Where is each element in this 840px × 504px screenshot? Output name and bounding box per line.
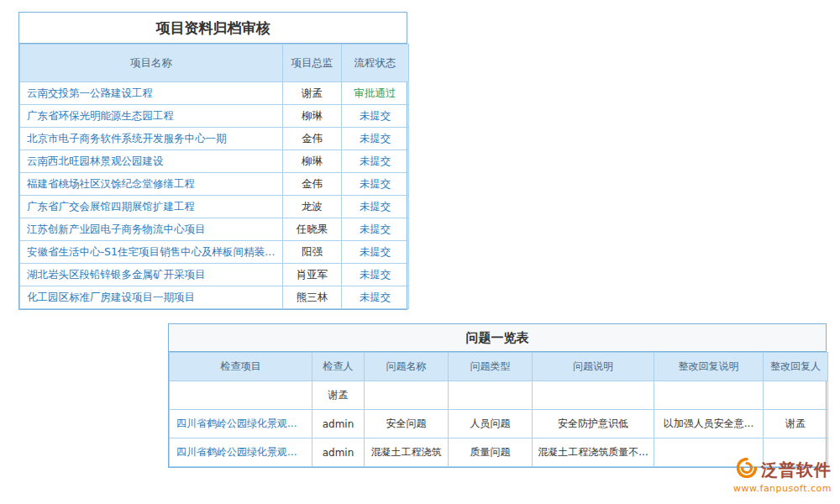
inspect-project-link[interactable]: 四川省鹤岭公园绿化景观... (170, 438, 312, 467)
project-director: 任晓果 (283, 218, 342, 241)
issue-type: 人员问题 (449, 410, 533, 438)
project-name-link[interactable]: 北京市电子商务软件系统开发服务中心一期 (20, 128, 283, 150)
project-name-link[interactable]: 化工园区标准厂房建设项目一期项目 (20, 286, 283, 309)
flow-status-link[interactable]: 未提交 (342, 241, 409, 264)
inspector: 谢孟 (312, 381, 365, 410)
archive-table-row: 广东省环保光明能源生态园工程柳琳未提交 (20, 105, 409, 128)
archive-col-project-director: 项目总监 (283, 45, 342, 82)
brand-name: 泛普软件 (761, 459, 832, 481)
project-name-link[interactable]: 安徽省生活中心-S1住宅项目销售中心及样板间精装修及 (20, 241, 283, 264)
project-director: 肖亚军 (283, 264, 342, 286)
archive-table-row: 广东省广交会展馆四期展馆扩建工程龙波未提交 (20, 196, 409, 218)
issue-table: 检查项目检查人问题名称问题类型问题说明整改回复说明整改回复人 谢孟四川省鹤岭公园… (169, 352, 828, 467)
inspector: admin (312, 438, 365, 467)
project-director: 柳琳 (283, 150, 342, 173)
archive-table-row: 江苏创新产业园电子商务物流中心项目任晓果未提交 (20, 218, 409, 241)
project-director: 龙波 (283, 196, 342, 218)
archive-table-row: 云南交投第一公路建设工程谢孟审批通过 (20, 82, 409, 105)
issue-header-row: 检查项目检查人问题名称问题类型问题说明整改回复说明整改回复人 (170, 353, 828, 381)
issue-desc: 混凝土工程浇筑质量不... (533, 438, 654, 467)
archive-table-row: 福建省桃场社区汉馀纪念堂修缮工程金伟未提交 (20, 173, 409, 196)
project-name-link[interactable]: 广东省广交会展馆四期展馆扩建工程 (20, 196, 283, 218)
issue-table-row: 谢孟 (170, 381, 828, 410)
archive-table-row: 安徽省生活中心-S1住宅项目销售中心及样板间精装修及阳强未提交 (20, 241, 409, 264)
archive-header-row: 项目名称项目总监流程状态 (20, 45, 409, 82)
project-name-link[interactable]: 福建省桃场社区汉馀纪念堂修缮工程 (20, 173, 283, 196)
issue-desc: 安全防护意识低 (533, 410, 654, 438)
archive-col-flow-status: 流程状态 (342, 45, 409, 82)
replier (764, 381, 828, 410)
flow-status-link[interactable]: 未提交 (342, 218, 409, 241)
flow-status-link[interactable]: 未提交 (342, 128, 409, 150)
issue-name: 安全问题 (365, 410, 449, 438)
issue-name: 混凝土工程浇筑 (365, 438, 449, 467)
inspect-project-link[interactable]: 四川省鹤岭公园绿化景观... (170, 410, 312, 438)
archive-review-panel: 项目资料归档审核 项目名称项目总监流程状态 云南交投第一公路建设工程谢孟审批通过… (18, 12, 407, 310)
project-director: 阳强 (283, 241, 342, 264)
flow-status-link[interactable]: 审批通过 (342, 82, 409, 105)
project-director: 熊三林 (283, 286, 342, 309)
issue-name (365, 381, 449, 410)
issue-col-inspector: 检查人 (312, 353, 365, 381)
archive-table: 项目名称项目总监流程状态 云南交投第一公路建设工程谢孟审批通过广东省环保光明能源… (19, 44, 409, 309)
issue-col-issue-name: 问题名称 (365, 353, 449, 381)
flow-status-link[interactable]: 未提交 (342, 150, 409, 173)
archive-col-project-name: 项目名称 (20, 45, 283, 82)
flow-status-link[interactable]: 未提交 (342, 173, 409, 196)
project-name-link[interactable]: 湖北岩头区段铅锌银多金属矿开采项目 (20, 264, 283, 286)
brand-url: www.fanpusoft.com (733, 483, 832, 494)
archive-table-row: 北京市电子商务软件系统开发服务中心一期金伟未提交 (20, 128, 409, 150)
archive-table-row: 云南西北旺园林景观公园建设柳琳未提交 (20, 150, 409, 173)
issue-table-title: 问题一览表 (169, 324, 826, 352)
project-name-link[interactable]: 广东省环保光明能源生态园工程 (20, 105, 283, 128)
project-name-link[interactable]: 云南交投第一公路建设工程 (20, 82, 283, 105)
issue-col-replier: 整改回复人 (764, 353, 828, 381)
issue-table-row: 四川省鹤岭公园绿化景观...admin安全问题人员问题安全防护意识低以加强人员安… (170, 410, 828, 438)
issue-col-issue-type: 问题类型 (449, 353, 533, 381)
project-director: 金伟 (283, 128, 342, 150)
project-name-link[interactable]: 江苏创新产业园电子商务物流中心项目 (20, 218, 283, 241)
fanpu-logo-icon (737, 458, 757, 481)
issue-desc (533, 381, 654, 410)
issue-col-issue-desc: 问题说明 (533, 353, 654, 381)
issue-type (449, 381, 533, 410)
archive-table-title: 项目资料归档审核 (19, 13, 407, 44)
project-director: 金伟 (283, 173, 342, 196)
archive-table-row: 化工园区标准厂房建设项目一期项目熊三林未提交 (20, 286, 409, 309)
issue-type: 质量问题 (449, 438, 533, 467)
project-director: 谢孟 (283, 82, 342, 105)
reply-desc: 以加强人员安全意... (654, 410, 764, 438)
issue-col-inspect-project: 检查项目 (170, 353, 312, 381)
project-director: 柳琳 (283, 105, 342, 128)
archive-table-row: 湖北岩头区段铅锌银多金属矿开采项目肖亚军未提交 (20, 264, 409, 286)
flow-status-link[interactable]: 未提交 (342, 105, 409, 128)
flow-status-link[interactable]: 未提交 (342, 264, 409, 286)
inspect-project-link (170, 381, 312, 410)
issue-list-panel: 问题一览表 检查项目检查人问题名称问题类型问题说明整改回复说明整改回复人 谢孟四… (168, 323, 827, 468)
flow-status-link[interactable]: 未提交 (342, 196, 409, 218)
fanpu-watermark: 泛普软件 www.fanpusoft.com (733, 458, 832, 494)
project-name-link[interactable]: 云南西北旺园林景观公园建设 (20, 150, 283, 173)
issue-col-reply-desc: 整改回复说明 (654, 353, 764, 381)
inspector: admin (312, 410, 365, 438)
reply-desc (654, 381, 764, 410)
flow-status-link[interactable]: 未提交 (342, 286, 409, 309)
issue-table-row: 四川省鹤岭公园绿化景观...admin混凝土工程浇筑质量问题混凝土工程浇筑质量不… (170, 438, 828, 467)
replier: 谢孟 (764, 410, 828, 438)
